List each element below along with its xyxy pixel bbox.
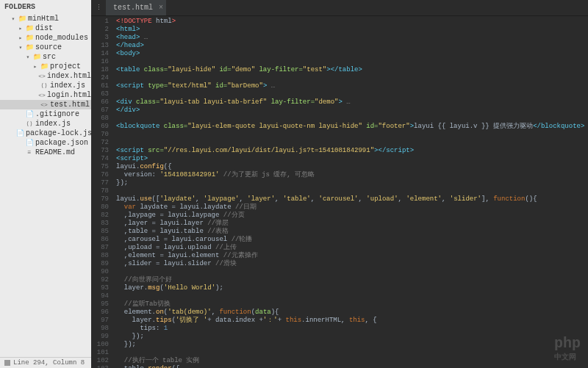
code-area[interactable]: 1231314161824616366676869707273747576777…	[91, 16, 588, 368]
arrow-icon	[9, 15, 18, 22]
tree-item-minHtml[interactable]: minHtml	[0, 14, 91, 24]
tree-item-dist[interactable]: dist	[0, 24, 91, 33]
editor-pane: ⋮ test.html × 12313141618246163666768697…	[91, 0, 588, 368]
folder-icon	[25, 43, 34, 51]
md-icon	[25, 149, 34, 156]
file-icon	[25, 110, 34, 118]
folder-icon	[25, 24, 34, 32]
sidebar-title: FOLDERS	[0, 0, 91, 14]
folder-icon	[18, 15, 26, 23]
file-icon	[16, 129, 24, 137]
tree-label: index.html	[47, 72, 91, 80]
folder-icon	[25, 34, 34, 42]
line-gutter: 1231314161824616366676869707273747576777…	[91, 16, 113, 368]
tree-item-src[interactable]: src	[0, 52, 91, 62]
tree-item-package-lock-json[interactable]: package-lock.json	[0, 129, 91, 138]
tree-item-index-html[interactable]: index.html	[0, 71, 91, 81]
arrow-icon	[31, 63, 40, 70]
status-bar: Line 294, Column 8	[0, 357, 91, 368]
tree-item--gitignore[interactable]: .gitignore	[0, 109, 91, 119]
tree-label: source	[35, 43, 62, 51]
arrow-icon	[24, 54, 32, 60]
status-text: Line 294, Column 8	[13, 359, 85, 367]
arrow-icon	[16, 25, 25, 32]
tree-label: project	[50, 62, 81, 71]
tree-item-README-md[interactable]: README.md	[0, 148, 91, 157]
tree-item-node_modules[interactable]: node_modules	[0, 33, 91, 43]
tree-item-index-js[interactable]: index.js	[0, 119, 91, 129]
tab-menu-icon[interactable]: ⋮	[91, 0, 106, 15]
folder-icon	[40, 62, 49, 71]
tree-label: node_modules	[35, 34, 88, 42]
tree-item-package-json[interactable]: package.json	[0, 138, 91, 148]
tree-label: minHtml	[28, 15, 59, 23]
file-icon	[25, 139, 34, 147]
tree-label: README.md	[35, 148, 75, 156]
tree-label: index.js	[50, 82, 85, 90]
file-tree[interactable]: minHtmldistnode_modulessourcesrcprojecti…	[0, 14, 91, 357]
status-icon	[4, 360, 10, 366]
tree-label: package-lock.json	[26, 129, 91, 137]
tree-item-source[interactable]: source	[0, 43, 91, 52]
sidebar: FOLDERS minHtmldistnode_modulessourcesrc…	[0, 0, 91, 368]
tree-item-login-html[interactable]: login.html	[0, 90, 91, 100]
folder-icon	[32, 53, 41, 61]
tree-label: src	[43, 53, 56, 61]
tab-label: test.html	[113, 4, 153, 12]
tab-bar: ⋮ test.html ×	[91, 0, 588, 16]
code-content[interactable]: <!DOCTYPE html><html><head> …</head><bod…	[113, 16, 588, 368]
html-icon	[38, 92, 46, 98]
arrow-icon	[16, 44, 25, 51]
tree-label: package.json	[35, 139, 88, 147]
tree-label: index.js	[35, 120, 71, 128]
arrow-icon	[16, 35, 25, 41]
watermark: php中文网	[554, 334, 581, 362]
tree-label: .gitignore	[35, 110, 79, 118]
html-icon	[40, 101, 49, 108]
html-icon	[38, 73, 46, 79]
tree-item-index-js[interactable]: index.js	[0, 81, 91, 90]
tree-item-test-html[interactable]: test.html	[0, 100, 91, 109]
js-icon	[40, 82, 49, 89]
tab-active[interactable]: test.html ×	[106, 0, 166, 15]
tree-label: dist	[35, 24, 53, 32]
close-icon[interactable]: ×	[159, 4, 163, 12]
js-icon	[25, 120, 34, 127]
tree-label: test.html	[50, 101, 90, 109]
tree-item-project[interactable]: project	[0, 62, 91, 71]
tree-label: login.html	[47, 91, 91, 99]
